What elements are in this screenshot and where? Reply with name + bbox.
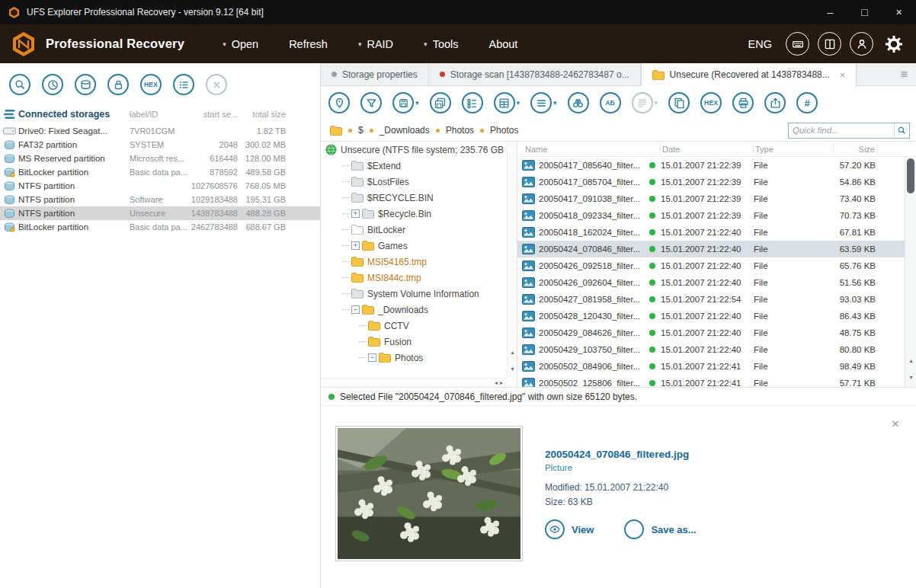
storage-row[interactable]: NTFS partitionUnsecure1438783488488.28 G…	[0, 206, 320, 220]
search-icon[interactable]	[894, 123, 909, 138]
menu-refresh[interactable]: Refresh	[289, 38, 328, 50]
text-view-icon[interactable]	[632, 92, 653, 113]
menu-about[interactable]: About	[489, 38, 518, 50]
close-button[interactable]: ×	[882, 0, 916, 24]
tree-item[interactable]: System Volume Information	[321, 286, 517, 302]
view-button[interactable]: View	[545, 519, 594, 539]
scroll-up-arrow[interactable]: ▴	[905, 352, 916, 369]
file-row[interactable]: 20050418_162024_filter...15.01.2007 21:2…	[517, 224, 916, 241]
menu-raid[interactable]: ▾RAID	[358, 38, 393, 50]
file-row[interactable]: 20050424_070846_filter...15.01.2007 21:2…	[517, 241, 916, 257]
breadcrumb-item[interactable]: Photos	[446, 125, 474, 136]
tree-item[interactable]: $RECYCLE.BIN	[321, 190, 517, 206]
tree-item[interactable]: $LostFiles	[321, 174, 517, 190]
storage-row[interactable]: NTFS partitionSoftware1029183488195.31 G…	[0, 193, 320, 206]
preview-close-icon[interactable]: ×	[892, 417, 899, 432]
file-row[interactable]: 20050429_103750_filter...15.01.2007 21:2…	[517, 341, 916, 358]
file-row[interactable]: 20050417_091038_filter...15.01.2007 21:2…	[517, 190, 916, 207]
sort-order-icon-dropdown-icon[interactable]: ▾	[553, 99, 557, 107]
column-start-sector[interactable]: start se...	[188, 110, 238, 119]
text-view-icon-dropdown-icon[interactable]: ▾	[655, 99, 658, 107]
user-icon[interactable]	[850, 32, 873, 56]
filter-icon[interactable]	[360, 92, 382, 113]
checksum-icon[interactable]: #	[796, 92, 818, 113]
encoding-icon[interactable]: AБ	[600, 92, 621, 113]
file-row[interactable]: 20050502_125806_filter...15.01.2007 21:2…	[517, 375, 916, 387]
tree-item[interactable]: Unsecure (NTFS file system; 235.76 GB in	[321, 142, 517, 158]
disk-image-icon[interactable]	[42, 74, 63, 95]
quick-find-input[interactable]	[789, 126, 894, 135]
tab-1[interactable]: Storage properties	[321, 63, 429, 85]
save-icon[interactable]	[392, 92, 414, 113]
tab-2[interactable]: Storage scan [1438783488-2462783487 o...	[429, 63, 641, 85]
tree-item[interactable]: CCTV	[321, 318, 517, 334]
refresh-storages-icon[interactable]	[75, 74, 96, 95]
tree-item[interactable]: MSI844c.tmp	[321, 270, 517, 286]
hex-editor-icon[interactable]: HEX	[140, 74, 162, 95]
column-label-id[interactable]: label/ID	[130, 110, 188, 119]
scroll-down-arrow[interactable]: ▾	[905, 369, 916, 385]
tree-vertical-scrollbar[interactable]: ▴ ▾	[507, 142, 517, 378]
view-mode-icon[interactable]	[494, 92, 515, 113]
find-icon[interactable]	[568, 92, 589, 113]
expand-plus-icon[interactable]: +	[351, 241, 360, 250]
file-row[interactable]: 20050417_085704_filter...15.01.2007 21:2…	[517, 174, 916, 190]
storage-row[interactable]: Drive0: Fixed Seagat...7VR01CGM1.82 TB	[0, 124, 320, 138]
export-icon[interactable]	[764, 92, 786, 113]
storage-row[interactable]: FAT32 partitionSYSTEM2048300.02 MB	[0, 138, 320, 152]
tree-item[interactable]: −_Downloads	[321, 302, 517, 318]
storage-row[interactable]: NTFS partition1027608576768.05 MB	[0, 179, 320, 193]
menu-open[interactable]: ▾Open	[223, 38, 258, 50]
file-row[interactable]: 20050426_092518_filter...15.01.2007 21:2…	[517, 257, 916, 274]
storage-row[interactable]: MS Reserved partitionMicrosoft res...616…	[0, 152, 320, 165]
save-selection-icon[interactable]	[430, 92, 451, 113]
tab-3[interactable]: Unsecure (Recovered at 1438783488...×	[641, 63, 857, 86]
minimize-button[interactable]: –	[813, 0, 847, 24]
search-icon[interactable]	[9, 74, 30, 95]
selection-list-icon[interactable]	[462, 92, 483, 113]
file-row[interactable]: 20050502_084906_filter...15.01.2007 21:2…	[517, 358, 916, 375]
collapse-minus-icon[interactable]: −	[368, 353, 376, 362]
column-header-name[interactable]: Name	[517, 144, 661, 155]
tree-item[interactable]: BitLocker	[321, 222, 517, 238]
file-row[interactable]: 20050428_120430_filter...15.01.2007 21:2…	[517, 308, 916, 324]
decrypt-storage-icon[interactable]	[107, 74, 129, 95]
column-header-date[interactable]: Date	[661, 144, 754, 155]
file-row[interactable]: 20050418_092334_filter...15.01.2007 21:2…	[517, 207, 916, 224]
keyboard-icon[interactable]	[786, 32, 809, 56]
tree-item[interactable]: MSI54165.tmp	[321, 254, 517, 270]
scroll-down-arrow[interactable]: ▾	[508, 361, 517, 376]
tab-close-icon[interactable]: ×	[840, 69, 846, 81]
settings-gear-icon[interactable]	[882, 32, 905, 56]
scrollbar-thumb[interactable]	[907, 158, 914, 193]
tree-horizontal-scrollbar[interactable]: ◂ ▸	[321, 378, 507, 387]
column-header-type[interactable]: Type	[754, 144, 834, 155]
breadcrumb-item[interactable]: $	[358, 125, 364, 136]
tree-item[interactable]: Fusion	[321, 334, 517, 350]
storage-row[interactable]: BitLocker partitionBasic data pa...87859…	[0, 165, 320, 179]
print-icon[interactable]	[732, 92, 754, 113]
tab-list-icon[interactable]	[899, 63, 916, 85]
view-mode-icon-dropdown-icon[interactable]: ▾	[517, 99, 520, 107]
quick-find[interactable]	[788, 123, 910, 139]
hex-view-icon[interactable]: HEX	[700, 92, 722, 113]
save-icon-dropdown-icon[interactable]: ▾	[415, 99, 419, 107]
file-row[interactable]: 20050426_092604_filter...15.01.2007 21:2…	[517, 274, 916, 291]
tree-item[interactable]: +$Recycle.Bin	[321, 206, 517, 222]
close-storage-icon[interactable]	[206, 74, 227, 95]
selection-pin-icon[interactable]	[328, 92, 350, 113]
language-selector[interactable]: ENG	[748, 38, 772, 50]
tree-item[interactable]: +Games	[321, 238, 517, 254]
column-total-size[interactable]: total size	[238, 110, 286, 119]
column-header-size[interactable]: Size	[834, 144, 878, 155]
file-list-scrollbar[interactable]: ▴ ▾	[905, 157, 916, 387]
file-row[interactable]: 20050427_081958_filter...15.01.2007 21:2…	[517, 291, 916, 308]
collapse-minus-icon[interactable]: −	[351, 305, 360, 314]
scroll-right-arrow[interactable]: ▸	[500, 379, 503, 386]
storage-row[interactable]: BitLocker partitionBasic data pa...24627…	[0, 220, 320, 234]
sort-order-icon[interactable]	[530, 92, 552, 113]
file-row[interactable]: 20050417_085640_filter...15.01.2007 21:2…	[517, 157, 916, 174]
copy-items-icon[interactable]	[668, 92, 690, 113]
tree-item[interactable]: $Extend	[321, 158, 517, 174]
file-row[interactable]: 20050429_084626_filter...15.01.2007 21:2…	[517, 324, 916, 341]
